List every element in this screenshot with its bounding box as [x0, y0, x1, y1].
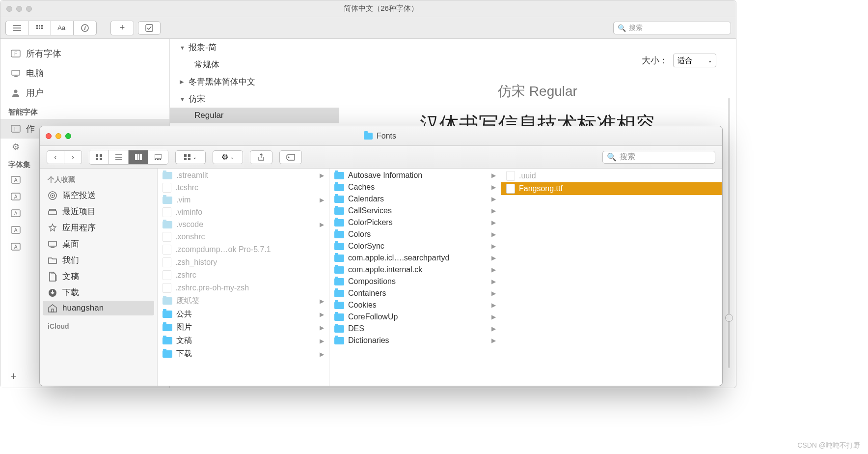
font-family-row[interactable]: ▼仿宋: [170, 90, 339, 108]
validate-button[interactable]: [138, 21, 161, 35]
size-select[interactable]: 适合 ⌄: [673, 54, 716, 67]
file-row[interactable]: .xonshrc: [158, 230, 329, 243]
sample-view-button[interactable]: AaI: [51, 21, 74, 35]
file-row[interactable]: Cookies▶: [329, 299, 501, 311]
file-row[interactable]: com.apple.internal.ck▶: [329, 264, 501, 276]
size-slider[interactable]: [728, 98, 730, 368]
svg-text:i: i: [84, 25, 86, 31]
list-view-button[interactable]: [109, 150, 129, 164]
sidebar-user[interactable]: 用户: [0, 83, 169, 103]
finder-sidebar: 个人收藏 隔空投送最近项目应用程序桌面我们文稿下载huangshan iClou…: [40, 169, 158, 386]
file-row[interactable]: CoreFollowUp▶: [329, 311, 501, 323]
file-row[interactable]: 图片▶: [158, 321, 329, 334]
file-icon: [163, 245, 171, 255]
file-row[interactable]: ColorPickers▶: [329, 217, 501, 228]
gallery-view-button[interactable]: [148, 150, 168, 164]
file-row[interactable]: 下载▶: [158, 347, 329, 361]
sidebar-item-downloads[interactable]: 下载: [40, 284, 157, 301]
close-button[interactable]: [6, 6, 12, 12]
add-font-button[interactable]: +: [111, 21, 134, 35]
close-button[interactable]: [46, 133, 52, 139]
minimize-button[interactable]: [55, 133, 61, 139]
back-button[interactable]: ‹: [47, 150, 64, 164]
column-view-button[interactable]: [129, 150, 148, 164]
sidebar-computer[interactable]: 电脑: [0, 63, 169, 83]
file-row[interactable]: .streamlit▶: [158, 170, 329, 181]
list-view-button[interactable]: [6, 21, 28, 35]
file-row[interactable]: Caches▶: [329, 181, 501, 193]
svg-rect-29: [135, 154, 137, 160]
font-style-row[interactable]: Regular: [170, 108, 339, 123]
minimize-button[interactable]: [16, 6, 22, 12]
file-row[interactable]: .viminfo: [158, 206, 329, 219]
sidebar-item-folder[interactable]: 我们: [40, 252, 157, 268]
group-button[interactable]: ⌄: [175, 150, 206, 164]
file-row[interactable]: DES▶: [329, 323, 501, 335]
chevron-right-icon: ▶: [491, 337, 496, 344]
file-row[interactable]: Compositions▶: [329, 276, 501, 287]
file-row[interactable]: com.apple.icl….searchpartyd▶: [329, 252, 501, 264]
folder-icon: [163, 197, 172, 204]
sidebar-item-airdrop[interactable]: 隔空投送: [40, 187, 157, 203]
forward-button[interactable]: ›: [64, 150, 82, 164]
share-button[interactable]: [250, 150, 272, 164]
chevron-down-icon: ⌄: [708, 58, 712, 63]
grid-view-button[interactable]: [28, 21, 51, 35]
preview-font-name: 仿宋 Regular: [359, 82, 716, 101]
folder-icon: [163, 311, 172, 318]
smart-collections-header: 智能字体: [0, 103, 169, 119]
file-row[interactable]: 文稿▶: [158, 334, 329, 347]
sidebar-item-recents[interactable]: 最近项目: [40, 203, 157, 220]
maximize-button[interactable]: [65, 133, 71, 139]
folder-icon: [364, 133, 373, 140]
font-style-row[interactable]: 常规体: [170, 56, 339, 73]
file-row[interactable]: .vim▶: [158, 194, 329, 206]
sidebar-item-desktop[interactable]: 桌面: [40, 236, 157, 252]
add-collection-button[interactable]: +: [10, 370, 17, 383]
downloads-icon: [48, 288, 57, 298]
font-family-row[interactable]: ▼报隶-简: [170, 39, 339, 56]
tag-button[interactable]: [279, 150, 302, 164]
file-row[interactable]: Colors▶: [329, 228, 501, 240]
finder-search[interactable]: 🔍 搜索: [602, 151, 715, 164]
folder-icon: [334, 278, 344, 285]
svg-rect-11: [12, 70, 20, 75]
file-row[interactable]: .zshrc.pre-oh-my-zsh: [158, 282, 329, 294]
sidebar-item-documents[interactable]: 文稿: [40, 268, 157, 284]
file-row[interactable]: ColorSync▶: [329, 240, 501, 252]
svg-point-12: [14, 90, 18, 93]
slider-thumb[interactable]: [725, 314, 733, 322]
favorites-header: 个人收藏: [40, 172, 157, 187]
info-view-button[interactable]: i: [74, 21, 96, 35]
svg-text:A: A: [14, 211, 18, 216]
svg-rect-33: [155, 159, 156, 160]
icon-view-button[interactable]: [89, 150, 109, 164]
chevron-right-icon: ▶: [491, 172, 496, 179]
maximize-button[interactable]: [26, 6, 32, 12]
file-row[interactable]: 废纸篓▶: [158, 294, 329, 308]
fontbook-search[interactable]: 🔍 搜索: [613, 22, 731, 34]
desktop-icon: [48, 239, 57, 249]
file-row[interactable]: .zcompdump…ok Pro-5.7.1: [158, 243, 329, 256]
sidebar-all-fonts[interactable]: F 所有字体: [0, 44, 169, 63]
airdrop-icon: [48, 191, 57, 200]
font-family-row[interactable]: ▶冬青黑体简体中文: [170, 73, 339, 90]
file-row[interactable]: .vscode▶: [158, 219, 329, 230]
watermark: CSDN @吨吨不打野: [797, 441, 860, 450]
file-row[interactable]: Dictionaries▶: [329, 335, 501, 346]
sidebar-item-applications[interactable]: 应用程序: [40, 220, 157, 236]
sidebar-item-home[interactable]: huangshan: [43, 301, 154, 315]
file-row[interactable]: .tcshrc: [158, 181, 329, 194]
file-row[interactable]: CallServices▶: [329, 205, 501, 217]
file-row[interactable]: Containers▶: [329, 287, 501, 299]
svg-rect-37: [188, 154, 190, 157]
folder-icon: [334, 337, 344, 344]
file-row[interactable]: Autosave Information▶: [329, 170, 501, 181]
file-row[interactable]: Calendars▶: [329, 193, 501, 205]
file-row[interactable]: 公共▶: [158, 308, 329, 321]
file-row[interactable]: .uuid: [501, 170, 722, 182]
file-row[interactable]: .zshrc: [158, 269, 329, 282]
action-button[interactable]: ⚙⌄: [213, 150, 243, 164]
file-row[interactable]: .zsh_history: [158, 256, 329, 269]
file-row[interactable]: Fangsong.ttf: [501, 182, 722, 195]
